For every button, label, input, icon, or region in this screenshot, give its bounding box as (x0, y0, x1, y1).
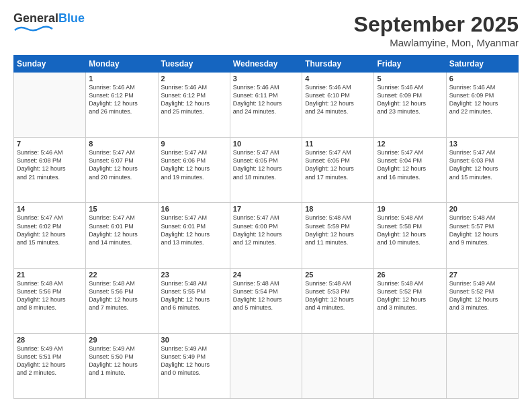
calendar-empty (446, 333, 518, 398)
day-info: Sunrise: 5:46 AM Sunset: 6:12 PM Dayligh… (89, 83, 154, 116)
calendar-day-21: 21Sunrise: 5:48 AM Sunset: 5:56 PM Dayli… (14, 268, 86, 333)
calendar-day-30: 30Sunrise: 5:49 AM Sunset: 5:49 PM Dayli… (158, 333, 230, 398)
day-info: Sunrise: 5:47 AM Sunset: 6:04 PM Dayligh… (377, 148, 443, 181)
day-info: Sunrise: 5:46 AM Sunset: 6:11 PM Dayligh… (233, 83, 299, 116)
calendar-day-8: 8Sunrise: 5:47 AM Sunset: 6:07 PM Daylig… (86, 138, 158, 203)
day-number: 16 (161, 205, 227, 213)
day-of-week-sunday: Sunday (14, 56, 86, 73)
calendar-day-19: 19Sunrise: 5:48 AM Sunset: 5:58 PM Dayli… (374, 203, 446, 268)
title-block: September 2025 Mawlamyine, Mon, Myanmar (354, 12, 519, 48)
day-info: Sunrise: 5:47 AM Sunset: 6:01 PM Dayligh… (161, 214, 227, 246)
calendar-day-28: 28Sunrise: 5:49 AM Sunset: 5:51 PM Dayli… (14, 333, 86, 398)
day-info: Sunrise: 5:46 AM Sunset: 6:09 PM Dayligh… (377, 83, 443, 116)
calendar-day-26: 26Sunrise: 5:48 AM Sunset: 5:52 PM Dayli… (374, 268, 446, 333)
day-number: 18 (305, 205, 371, 213)
header: GeneralBlue September 2025 Mawlamyine, M… (13, 12, 519, 48)
day-number: 17 (233, 205, 299, 213)
day-number: 5 (377, 75, 443, 83)
calendar-day-13: 13Sunrise: 5:47 AM Sunset: 6:03 PM Dayli… (446, 138, 518, 203)
day-info: Sunrise: 5:47 AM Sunset: 6:01 PM Dayligh… (89, 214, 154, 246)
day-of-week-tuesday: Tuesday (158, 56, 230, 73)
calendar-day-7: 7Sunrise: 5:46 AM Sunset: 6:08 PM Daylig… (14, 138, 86, 203)
calendar-week-5: 28Sunrise: 5:49 AM Sunset: 5:51 PM Dayli… (14, 333, 519, 398)
calendar-day-9: 9Sunrise: 5:47 AM Sunset: 6:06 PM Daylig… (158, 138, 230, 203)
day-number: 22 (89, 271, 154, 279)
day-number: 26 (377, 271, 443, 279)
day-number: 28 (17, 336, 83, 344)
day-info: Sunrise: 5:47 AM Sunset: 6:06 PM Dayligh… (161, 148, 227, 181)
day-info: Sunrise: 5:48 AM Sunset: 5:57 PM Dayligh… (449, 214, 515, 246)
day-info: Sunrise: 5:48 AM Sunset: 5:56 PM Dayligh… (89, 279, 154, 312)
calendar-empty (374, 333, 446, 398)
day-info: Sunrise: 5:49 AM Sunset: 5:49 PM Dayligh… (161, 345, 227, 377)
calendar-empty (302, 333, 374, 398)
calendar-day-20: 20Sunrise: 5:48 AM Sunset: 5:57 PM Dayli… (446, 203, 518, 268)
day-info: Sunrise: 5:47 AM Sunset: 6:05 PM Dayligh… (305, 148, 371, 181)
day-number: 6 (449, 75, 515, 83)
calendar-header-row: SundayMondayTuesdayWednesdayThursdayFrid… (14, 56, 519, 73)
day-info: Sunrise: 5:46 AM Sunset: 6:10 PM Dayligh… (305, 83, 371, 116)
day-number: 21 (17, 271, 83, 279)
day-number: 20 (449, 205, 515, 213)
day-info: Sunrise: 5:48 AM Sunset: 5:55 PM Dayligh… (161, 279, 227, 312)
day-number: 9 (161, 140, 227, 148)
calendar-empty (230, 333, 302, 398)
day-number: 10 (233, 140, 299, 148)
day-info: Sunrise: 5:47 AM Sunset: 6:05 PM Dayligh… (233, 148, 299, 181)
day-info: Sunrise: 5:48 AM Sunset: 5:58 PM Dayligh… (377, 214, 443, 246)
day-info: Sunrise: 5:47 AM Sunset: 6:00 PM Dayligh… (233, 214, 299, 246)
day-number: 23 (161, 271, 227, 279)
day-number: 2 (161, 75, 227, 83)
day-info: Sunrise: 5:46 AM Sunset: 6:08 PM Dayligh… (17, 148, 83, 181)
day-info: Sunrise: 5:47 AM Sunset: 6:02 PM Dayligh… (17, 214, 83, 246)
day-number: 30 (161, 336, 227, 344)
logo: GeneralBlue (13, 12, 85, 38)
calendar-day-6: 6Sunrise: 5:46 AM Sunset: 6:09 PM Daylig… (446, 73, 518, 138)
month-title: September 2025 (354, 12, 519, 37)
day-of-week-saturday: Saturday (446, 56, 518, 73)
day-info: Sunrise: 5:48 AM Sunset: 5:59 PM Dayligh… (305, 214, 371, 246)
calendar-day-15: 15Sunrise: 5:47 AM Sunset: 6:01 PM Dayli… (86, 203, 158, 268)
day-number: 8 (89, 140, 154, 148)
logo-blue-text: Blue (58, 11, 85, 25)
day-info: Sunrise: 5:49 AM Sunset: 5:50 PM Dayligh… (89, 345, 154, 377)
day-info: Sunrise: 5:46 AM Sunset: 6:09 PM Dayligh… (449, 83, 515, 116)
day-number: 7 (17, 140, 83, 148)
day-of-week-thursday: Thursday (302, 56, 374, 73)
day-of-week-friday: Friday (374, 56, 446, 73)
calendar-day-23: 23Sunrise: 5:48 AM Sunset: 5:55 PM Dayli… (158, 268, 230, 333)
page: GeneralBlue September 2025 Mawlamyine, M… (0, 0, 532, 411)
calendar-day-22: 22Sunrise: 5:48 AM Sunset: 5:56 PM Dayli… (86, 268, 158, 333)
logo-icon (13, 26, 54, 35)
calendar-empty (14, 73, 86, 138)
calendar-day-25: 25Sunrise: 5:48 AM Sunset: 5:53 PM Dayli… (302, 268, 374, 333)
day-info: Sunrise: 5:49 AM Sunset: 5:51 PM Dayligh… (17, 345, 83, 377)
day-number: 15 (89, 205, 154, 213)
day-info: Sunrise: 5:48 AM Sunset: 5:56 PM Dayligh… (17, 279, 83, 312)
calendar-week-4: 21Sunrise: 5:48 AM Sunset: 5:56 PM Dayli… (14, 268, 519, 333)
day-info: Sunrise: 5:48 AM Sunset: 5:52 PM Dayligh… (377, 279, 443, 312)
day-info: Sunrise: 5:49 AM Sunset: 5:52 PM Dayligh… (449, 279, 515, 312)
day-number: 24 (233, 271, 299, 279)
day-number: 27 (449, 271, 515, 279)
calendar-day-12: 12Sunrise: 5:47 AM Sunset: 6:04 PM Dayli… (374, 138, 446, 203)
day-info: Sunrise: 5:47 AM Sunset: 6:03 PM Dayligh… (449, 148, 515, 181)
logo-general: General (13, 11, 58, 25)
day-info: Sunrise: 5:48 AM Sunset: 5:54 PM Dayligh… (233, 279, 299, 312)
calendar-day-11: 11Sunrise: 5:47 AM Sunset: 6:05 PM Dayli… (302, 138, 374, 203)
day-number: 12 (377, 140, 443, 148)
calendar-day-18: 18Sunrise: 5:48 AM Sunset: 5:59 PM Dayli… (302, 203, 374, 268)
location: Mawlamyine, Mon, Myanmar (354, 37, 519, 48)
calendar-week-1: 1Sunrise: 5:46 AM Sunset: 6:12 PM Daylig… (14, 73, 519, 138)
calendar-day-4: 4Sunrise: 5:46 AM Sunset: 6:10 PM Daylig… (302, 73, 374, 138)
day-number: 13 (449, 140, 515, 148)
day-number: 19 (377, 205, 443, 213)
calendar-day-29: 29Sunrise: 5:49 AM Sunset: 5:50 PM Dayli… (86, 333, 158, 398)
calendar-day-17: 17Sunrise: 5:47 AM Sunset: 6:00 PM Dayli… (230, 203, 302, 268)
calendar-week-2: 7Sunrise: 5:46 AM Sunset: 6:08 PM Daylig… (14, 138, 519, 203)
calendar-day-5: 5Sunrise: 5:46 AM Sunset: 6:09 PM Daylig… (374, 73, 446, 138)
day-number: 3 (233, 75, 299, 83)
calendar-day-2: 2Sunrise: 5:46 AM Sunset: 6:12 PM Daylig… (158, 73, 230, 138)
calendar-day-3: 3Sunrise: 5:46 AM Sunset: 6:11 PM Daylig… (230, 73, 302, 138)
day-number: 11 (305, 140, 371, 148)
